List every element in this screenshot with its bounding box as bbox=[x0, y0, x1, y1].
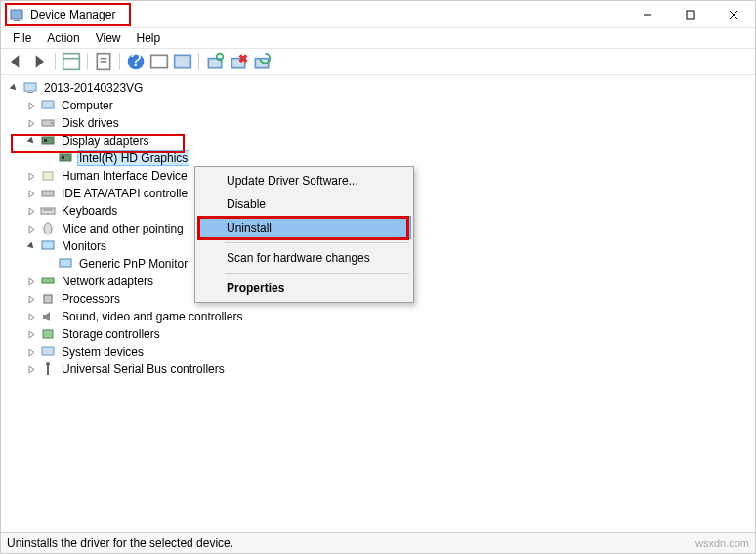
menu-action[interactable]: Action bbox=[39, 29, 87, 47]
svg-rect-30 bbox=[43, 172, 53, 180]
expand-icon[interactable] bbox=[24, 275, 38, 288]
expand-icon[interactable] bbox=[24, 327, 38, 341]
computer-icon bbox=[22, 80, 38, 96]
svg-rect-39 bbox=[43, 330, 53, 338]
svg-rect-29 bbox=[62, 156, 64, 159]
ctx-properties[interactable]: Properties bbox=[197, 277, 411, 300]
expand-icon[interactable] bbox=[24, 362, 38, 376]
disk-icon bbox=[40, 115, 56, 131]
svg-rect-23 bbox=[42, 101, 54, 108]
expand-icon[interactable] bbox=[24, 99, 38, 112]
svg-rect-36 bbox=[60, 259, 71, 267]
display-adapter-icon bbox=[40, 133, 56, 149]
app-icon bbox=[9, 7, 24, 22]
tree-item-storage[interactable]: Storage controllers bbox=[24, 325, 755, 343]
tree-item-display-adapters[interactable]: Display adapters bbox=[24, 132, 755, 149]
status-text: Uninstalls the driver for the selected d… bbox=[7, 536, 233, 550]
scan-hardware-button[interactable] bbox=[204, 51, 226, 72]
forward-button[interactable] bbox=[28, 51, 50, 72]
computer-icon bbox=[40, 98, 56, 113]
collapse-icon[interactable] bbox=[7, 81, 21, 95]
ctx-scan[interactable]: Scan for hardware changes bbox=[197, 246, 411, 270]
tree-item-computer[interactable]: Computer bbox=[24, 97, 755, 114]
tree-root[interactable]: 2013-20140323VG bbox=[7, 79, 755, 97]
svg-rect-14 bbox=[175, 55, 191, 67]
menu-bar: File Action View Help bbox=[1, 28, 755, 48]
tree-item-sound[interactable]: Sound, video and game controllers bbox=[24, 308, 755, 325]
svg-rect-31 bbox=[42, 191, 54, 196]
svg-point-25 bbox=[51, 122, 53, 124]
back-button[interactable] bbox=[5, 51, 26, 72]
svg-rect-38 bbox=[44, 295, 52, 303]
svg-rect-40 bbox=[42, 347, 54, 355]
hid-icon bbox=[40, 168, 56, 184]
expand-icon[interactable] bbox=[24, 222, 38, 235]
update-driver-button[interactable] bbox=[251, 51, 273, 72]
title-bar: Device Manager bbox=[1, 1, 755, 28]
uninstall-button[interactable] bbox=[228, 51, 249, 72]
menu-help[interactable]: Help bbox=[129, 29, 169, 47]
tree-item-usb[interactable]: Universal Serial Bus controllers bbox=[24, 361, 755, 378]
svg-rect-35 bbox=[42, 241, 54, 249]
ctx-update-driver[interactable]: Update Driver Software... bbox=[197, 169, 411, 192]
svg-text:?: ? bbox=[130, 52, 141, 70]
svg-rect-32 bbox=[41, 208, 55, 214]
tree-item-intel-hd[interactable]: Intel(R) HD Graphics bbox=[42, 149, 755, 167]
ctx-uninstall[interactable]: Uninstall bbox=[197, 216, 411, 239]
svg-rect-37 bbox=[42, 278, 54, 283]
title-highlight: Device Manager bbox=[5, 3, 131, 26]
maximize-button[interactable] bbox=[669, 1, 712, 28]
display-adapter-icon bbox=[58, 150, 73, 166]
properties-button[interactable] bbox=[93, 51, 114, 72]
monitor-icon bbox=[40, 238, 56, 254]
window-title: Device Manager bbox=[30, 8, 123, 21]
watermark: wsxdn.com bbox=[695, 537, 749, 549]
ctx-separator bbox=[225, 242, 409, 243]
help-button[interactable]: ? bbox=[125, 51, 147, 72]
svg-point-42 bbox=[46, 362, 50, 366]
expand-icon[interactable] bbox=[24, 292, 38, 306]
toolbar: ? bbox=[1, 48, 755, 75]
expand-icon[interactable] bbox=[24, 116, 38, 130]
collapse-icon[interactable] bbox=[24, 239, 38, 253]
close-button[interactable] bbox=[712, 1, 755, 28]
context-menu: Update Driver Software... Disable Uninst… bbox=[194, 166, 414, 303]
svg-rect-1 bbox=[14, 20, 20, 21]
keyboard-icon bbox=[40, 203, 56, 219]
processor-icon bbox=[40, 291, 56, 307]
svg-rect-21 bbox=[24, 83, 36, 91]
expand-icon[interactable] bbox=[24, 187, 38, 200]
svg-rect-28 bbox=[60, 154, 71, 161]
menu-view[interactable]: View bbox=[88, 29, 129, 47]
ctx-disable[interactable]: Disable bbox=[197, 192, 411, 216]
svg-rect-22 bbox=[27, 92, 33, 93]
monitor-icon bbox=[58, 256, 73, 272]
tree-item-system[interactable]: System devices bbox=[24, 343, 755, 361]
storage-icon bbox=[40, 326, 56, 342]
expand-icon[interactable] bbox=[24, 204, 38, 218]
status-bar: Uninstalls the driver for the selected d… bbox=[1, 532, 755, 553]
tree-item-disk[interactable]: Disk drives bbox=[24, 114, 755, 132]
network-icon bbox=[40, 274, 56, 289]
svg-point-34 bbox=[44, 223, 52, 234]
expand-icon[interactable] bbox=[24, 169, 38, 183]
expand-icon[interactable] bbox=[24, 345, 38, 359]
svg-rect-6 bbox=[63, 54, 80, 70]
svg-rect-27 bbox=[44, 139, 47, 142]
ctx-separator bbox=[225, 273, 409, 274]
svg-rect-13 bbox=[151, 55, 168, 67]
collapse-icon[interactable] bbox=[24, 134, 38, 148]
mouse-icon bbox=[40, 221, 56, 236]
tree-label: 2013-20140323VG bbox=[42, 81, 145, 95]
svg-rect-0 bbox=[11, 10, 22, 19]
toolbar-button-1[interactable] bbox=[148, 51, 170, 72]
menu-file[interactable]: File bbox=[5, 29, 39, 47]
toolbar-button-2[interactable] bbox=[172, 51, 193, 72]
svg-rect-3 bbox=[687, 11, 694, 19]
minimize-button[interactable] bbox=[626, 1, 669, 28]
expand-icon[interactable] bbox=[24, 310, 38, 323]
system-icon bbox=[40, 344, 56, 360]
device-tree[interactable]: 2013-20140323VG Computer Disk drives Dis… bbox=[1, 75, 755, 532]
show-hide-tree-button[interactable] bbox=[61, 51, 82, 72]
ide-icon bbox=[40, 186, 56, 201]
